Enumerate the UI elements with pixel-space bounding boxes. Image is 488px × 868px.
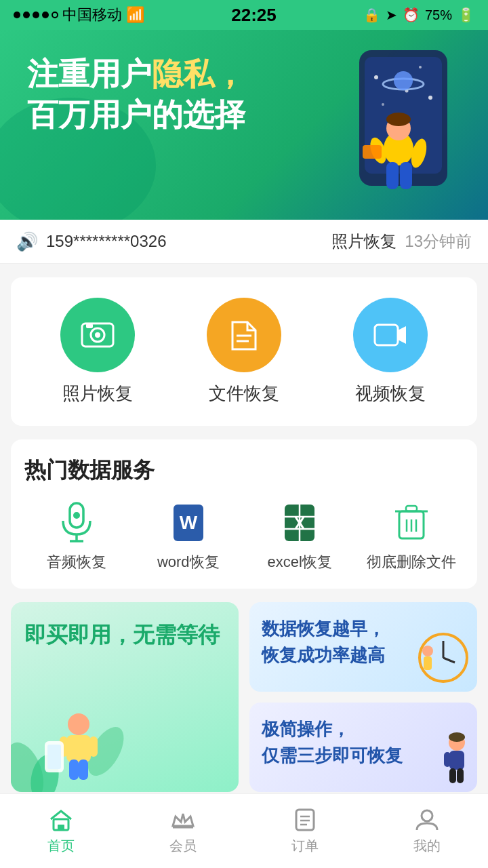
svg-rect-48	[89, 736, 98, 757]
svg-rect-49	[69, 760, 79, 780]
status-right: 🔒 ➤ ⏰ 75% 🔋	[363, 7, 474, 23]
lock-icon: 🔒	[363, 7, 380, 23]
service-photo[interactable]: 照片恢复	[60, 298, 135, 406]
svg-point-3	[419, 66, 422, 68]
battery-icon: 🔋	[458, 7, 474, 23]
dot5	[52, 12, 58, 18]
promo-left-text: 即买即用，无需等待	[24, 618, 225, 651]
svg-point-71	[422, 810, 432, 821]
promo-card-1-text: 数据恢复越早，恢复成功率越高	[262, 616, 385, 669]
svg-text:W: W	[180, 512, 198, 533]
promo-card-2-text: 极简操作，仅需三步即可恢复	[262, 716, 403, 769]
dot2	[23, 12, 30, 18]
nav-orders[interactable]: 订单	[244, 807, 366, 855]
svg-point-5	[382, 103, 384, 106]
svg-rect-57	[424, 656, 432, 670]
svg-rect-60	[444, 752, 451, 767]
svg-point-16	[386, 113, 411, 126]
word-icon: W	[171, 502, 206, 544]
orders-icon	[292, 807, 318, 833]
svg-text:X: X	[294, 514, 305, 532]
nav-profile[interactable]: 我的	[366, 807, 488, 855]
photo-icon	[79, 317, 116, 353]
nav-home-label: 首页	[47, 837, 75, 855]
video-icon-circle	[353, 298, 428, 372]
hero-illustration	[325, 43, 474, 206]
hero-svg	[325, 43, 474, 206]
hero-banner: 注重用户隐私， 百万用户的选择	[0, 30, 488, 220]
promo-left-card[interactable]: 即买即用，无需等待	[11, 602, 239, 792]
video-label: 视频恢复	[355, 382, 426, 406]
svg-rect-46	[66, 735, 91, 762]
dot3	[33, 12, 39, 18]
promo-section: 即买即用，无需等待 数据恢复越早，恢复成功率越高	[11, 602, 477, 792]
svg-rect-59	[449, 751, 464, 770]
svg-rect-15	[400, 162, 412, 189]
svg-point-9	[394, 71, 413, 90]
promo-left-illustration	[11, 684, 126, 792]
svg-rect-21	[86, 323, 93, 328]
hero-text-before: 注重用户	[27, 56, 152, 92]
notif-phone: 159*********0326	[46, 232, 323, 251]
hot-services-section: 热门数据服务 音频恢复 W word恢复	[11, 439, 477, 589]
time-display: 22:25	[231, 5, 277, 26]
status-left: 中国移动 📶	[14, 5, 144, 25]
notification-bar: 🔊 159*********0326 照片恢复 13分钟前	[0, 220, 488, 264]
photo-label: 照片恢复	[62, 382, 133, 406]
svg-rect-52	[47, 745, 61, 769]
status-bar: 中国移动 📶 22:25 🔒 ➤ ⏰ 75% 🔋	[0, 0, 488, 30]
notif-type: 照片恢复	[331, 231, 396, 252]
word-label: word恢复	[157, 552, 220, 572]
hot-delete[interactable]: 彻底删除文件	[359, 502, 464, 572]
nav-orders-label: 订单	[291, 837, 319, 855]
nav-member-label: 会员	[169, 837, 197, 855]
excel-label: excel恢复	[268, 552, 332, 572]
svg-rect-24	[375, 325, 398, 345]
promo-right-cards: 数据恢复越早，恢复成功率越高 极简操作，仅需三步即可恢复	[249, 602, 477, 792]
audio-label: 音频恢复	[47, 552, 106, 572]
dot4	[42, 12, 49, 18]
service-video[interactable]: 视频恢复	[353, 298, 428, 406]
svg-point-2	[374, 75, 378, 79]
notif-time: 13分钟前	[405, 231, 472, 252]
file-label: 文件恢复	[209, 382, 279, 406]
svg-rect-62	[457, 768, 464, 783]
svg-point-6	[428, 96, 432, 100]
audio-icon	[59, 502, 94, 544]
svg-point-28	[73, 512, 80, 519]
bottom-nav: 首页 会员 订单 我的	[0, 793, 488, 868]
svg-point-63	[449, 732, 465, 742]
dot1	[14, 12, 20, 18]
nav-home[interactable]: 首页	[0, 807, 122, 855]
profile-icon	[414, 807, 440, 833]
nav-profile-label: 我的	[413, 837, 441, 855]
home-icon	[48, 807, 74, 833]
hot-grid: 音频恢复 W word恢复 X excel恢复	[24, 502, 464, 572]
svg-point-45	[68, 713, 89, 735]
hot-word[interactable]: W word恢复	[136, 502, 241, 572]
carrier-label: 中国移动	[62, 5, 122, 25]
svg-rect-50	[79, 760, 88, 780]
promo-card-1[interactable]: 数据恢复越早，恢复成功率越高	[249, 602, 477, 692]
svg-point-20	[95, 332, 100, 338]
svg-rect-14	[386, 162, 399, 189]
svg-rect-61	[449, 768, 456, 783]
excel-icon: X	[282, 502, 317, 544]
delete-icon	[394, 502, 429, 544]
file-icon-circle	[207, 298, 281, 372]
hot-excel[interactable]: X excel恢复	[247, 502, 352, 572]
svg-rect-17	[363, 145, 382, 159]
promo-card-2[interactable]: 极简操作，仅需三步即可恢复	[249, 703, 477, 792]
delete-label: 彻底删除文件	[367, 552, 456, 572]
alarm-icon: ⏰	[403, 7, 420, 23]
video-icon	[372, 317, 409, 353]
nav-member[interactable]: 会员	[122, 807, 244, 855]
service-file[interactable]: 文件恢复	[207, 298, 281, 406]
speaker-icon: 🔊	[16, 231, 38, 252]
location-icon: ➤	[386, 7, 397, 23]
battery-label: 75%	[425, 7, 452, 23]
hot-section-title: 热门数据服务	[24, 456, 464, 486]
svg-point-56	[422, 646, 433, 656]
signal-dots	[14, 12, 58, 18]
hot-audio[interactable]: 音频恢复	[24, 502, 129, 572]
